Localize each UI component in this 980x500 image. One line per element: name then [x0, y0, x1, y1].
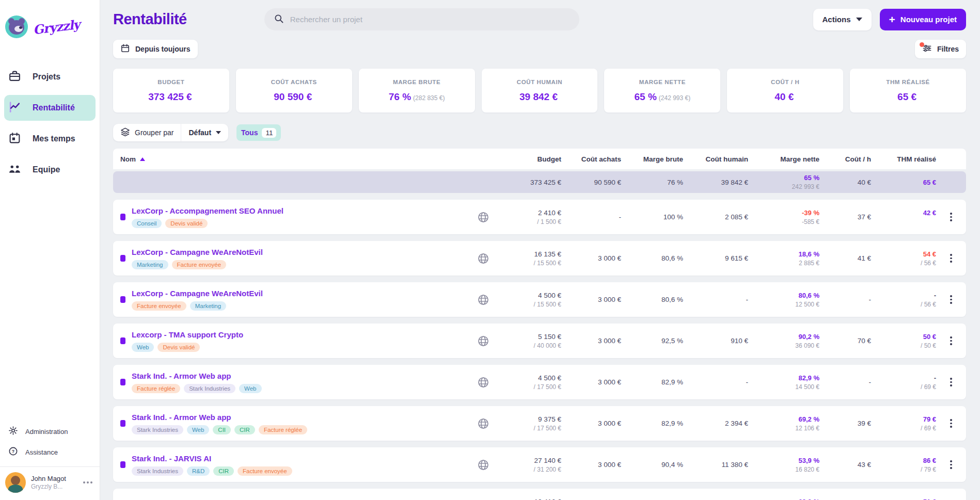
tag-pill: Web — [132, 343, 154, 352]
cell-cout-h: - — [824, 378, 871, 386]
summary-nette: 65 % — [752, 174, 819, 182]
gear-icon — [8, 426, 18, 437]
cell-budget: 16 135 € — [499, 250, 561, 258]
cell-thm: - — [875, 374, 936, 382]
tag-pill: Facture réglée — [132, 384, 180, 393]
new-project-button[interactable]: + Nouveau projet — [880, 9, 966, 30]
globe-icon[interactable] — [477, 211, 489, 223]
globe-icon[interactable] — [477, 459, 489, 471]
project-name-link[interactable]: Stark Ind. - JARVIS AI — [132, 454, 292, 463]
cell-budget-sub: / 17 500 € — [499, 425, 561, 432]
cell-cout-h: 70 € — [824, 337, 871, 345]
row-menu-icon[interactable] — [947, 375, 955, 389]
column-header[interactable]: Coût humain — [687, 155, 748, 163]
globe-icon[interactable] — [477, 376, 489, 389]
column-header[interactable]: Marge nette — [752, 155, 819, 163]
table-row[interactable]: Stark Ind. - Armor Web app Stark Industr… — [113, 406, 966, 441]
kpi-value: 40 € — [774, 91, 794, 102]
column-header[interactable]: THM réalisé — [875, 155, 936, 163]
project-color-dot — [120, 379, 125, 385]
plus-icon: + — [889, 14, 895, 25]
cell-thm-sub: / 69 € — [875, 425, 936, 432]
cell-thm-sub: / 56 € — [875, 260, 936, 267]
project-name-link[interactable]: LexCorp - Accompagnement SEO Annuel — [132, 206, 283, 215]
app-avatar-icon[interactable] — [5, 15, 28, 38]
group-by-button[interactable]: Grouper par — [113, 124, 181, 141]
globe-icon[interactable] — [477, 294, 489, 306]
table-row[interactable]: Stark Ind. - JARVIS AI Stark Industries … — [113, 447, 966, 482]
row-menu-icon[interactable] — [947, 334, 955, 348]
kpi-card: COÛT HUMAIN 39 842 € — [482, 69, 598, 112]
user-menu-icon[interactable] — [81, 479, 94, 486]
page-title: Rentabilité — [113, 11, 187, 28]
table-row[interactable]: Lexcorp - TMA support Crypto Web Devis v… — [113, 324, 966, 358]
project-tags: Conseil Devis validé — [132, 219, 283, 228]
table-row[interactable]: LexCorp - Accompagnement SEO Annuel Cons… — [113, 200, 966, 234]
group-by-value-dropdown[interactable]: Défaut — [181, 124, 228, 141]
row-menu-icon[interactable] — [947, 416, 955, 430]
column-header[interactable]: Marge brute — [625, 155, 683, 163]
sidebar-item-label: Projets — [33, 72, 60, 82]
cell-thm: 54 € — [875, 250, 936, 258]
kpi-value: 90 590 € — [274, 91, 312, 102]
table-row[interactable]: Stark Ind. - Opé lancement Model MK2 10 … — [113, 489, 966, 500]
tag-pill: Marketing — [132, 260, 168, 269]
project-name-link[interactable]: LexCorp - Campagne WeAreNotEvil — [132, 248, 263, 256]
sidebar-item-mes-temps[interactable]: Mes temps — [4, 126, 96, 152]
svg-text:?: ? — [12, 449, 14, 454]
row-menu-icon[interactable] — [947, 458, 955, 472]
tab-tous[interactable]: Tous 11 — [236, 124, 281, 141]
user-name: John Magot — [31, 475, 66, 483]
project-name-link[interactable]: Stark Ind. - Armor Web app — [132, 372, 262, 380]
row-menu-icon[interactable] — [947, 210, 955, 224]
column-header[interactable]: Coût / h — [824, 155, 871, 163]
row-menu-icon[interactable] — [947, 293, 955, 307]
kpi-label: COÛT HUMAIN — [517, 79, 562, 85]
user-card[interactable]: John Magot Gryzzly B... — [0, 466, 100, 500]
gryzzly-logo: Gryzzly — [33, 17, 81, 37]
actions-button[interactable]: Actions — [813, 9, 872, 30]
tag-pill: Web — [187, 425, 209, 434]
cell-budget-sub: / 15 500 € — [499, 301, 561, 308]
table-row[interactable]: Stark Ind. - Armor Web app Facture réglé… — [113, 365, 966, 399]
globe-icon[interactable] — [477, 252, 489, 265]
kpi-label: MARGE BRUTE — [393, 79, 440, 85]
cell-budget-sub: / 31 200 € — [499, 466, 561, 473]
cell-thm-sub: / 50 € — [875, 342, 936, 349]
cell-budget: 27 140 € — [499, 457, 561, 464]
sidebar-item-rentabilite[interactable]: Rentabilité — [4, 95, 96, 121]
search-bar[interactable] — [264, 8, 579, 30]
kpi-row: BUDGET 373 425 € COÛT ACHATS 90 590 € MA… — [113, 69, 966, 112]
table-row[interactable]: LexCorp - Campagne WeAreNotEvil Marketin… — [113, 241, 966, 276]
kpi-secondary: (282 835 €) — [413, 94, 445, 102]
column-header[interactable]: Budget — [499, 155, 561, 163]
sidebar-item-equipe[interactable]: Equipe — [4, 157, 96, 183]
cell-cout-h: 39 € — [824, 420, 871, 427]
project-name-link[interactable]: LexCorp - Campagne WeAreNotEvil — [132, 289, 263, 298]
cell-achats: 3 000 € — [565, 337, 621, 345]
sidebar-item-administration[interactable]: Administration — [4, 422, 96, 441]
row-menu-icon[interactable] — [947, 251, 955, 265]
date-filter-button[interactable]: Depuis toujours — [113, 40, 198, 58]
cell-nette: 82,9 % — [752, 374, 819, 382]
search-input[interactable] — [290, 15, 570, 24]
table-row[interactable]: LexCorp - Campagne WeAreNotEvil Facture … — [113, 282, 966, 317]
cell-humain: 9 615 € — [687, 254, 748, 262]
sidebar-item-projets[interactable]: Projets — [4, 64, 96, 90]
project-name-link[interactable]: Stark Ind. - Armor Web app — [132, 413, 307, 422]
project-name-link[interactable]: Lexcorp - TMA support Crypto — [132, 330, 243, 339]
globe-icon[interactable] — [477, 417, 489, 430]
sidebar-item-assistance[interactable]: ? Assistance — [4, 443, 96, 461]
kpi-value: 39 842 € — [519, 91, 558, 102]
table-body: LexCorp - Accompagnement SEO Annuel Cons… — [113, 200, 966, 500]
kpi-label: COÛT / H — [771, 79, 799, 85]
cell-budget: 2 410 € — [499, 209, 561, 217]
cell-thm-sub: / 56 € — [875, 301, 936, 308]
kpi-value: 76 % — [389, 91, 411, 102]
globe-icon[interactable] — [477, 335, 489, 347]
kpi-secondary: (242 993 €) — [659, 94, 690, 102]
column-header[interactable]: Coût achats — [565, 155, 621, 163]
project-tags: Facture envoyée Marketing — [132, 301, 263, 311]
summary-thm: 65 € — [875, 179, 936, 186]
column-header-nom[interactable]: Nom — [120, 155, 467, 163]
